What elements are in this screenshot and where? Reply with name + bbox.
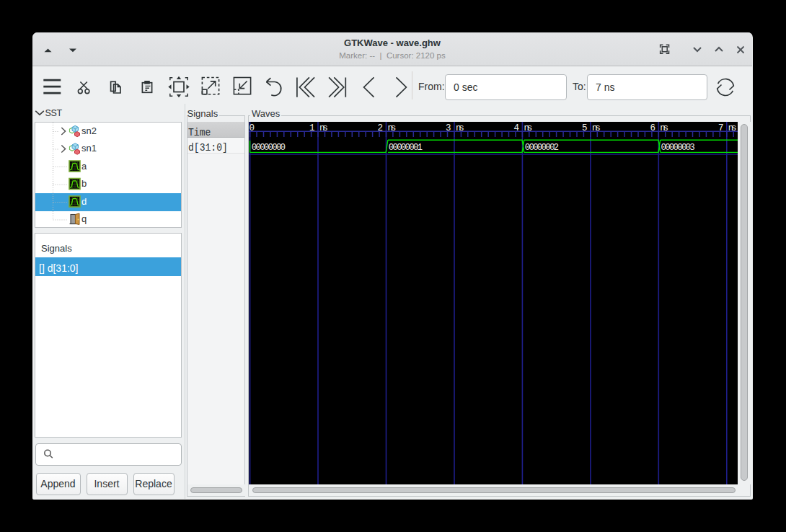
svg-text:5: 5	[582, 123, 588, 133]
svg-text:ns: ns	[660, 123, 668, 133]
svg-text:0: 0	[249, 123, 255, 133]
svg-text:00000000: 00000000	[252, 143, 286, 153]
svg-text:00000002: 00000002	[525, 143, 559, 153]
svg-text:1: 1	[309, 123, 315, 133]
svg-text:4: 4	[514, 123, 520, 133]
svg-text:00000003: 00000003	[661, 143, 695, 153]
svg-text:ns: ns	[388, 123, 397, 133]
svg-text:6: 6	[650, 123, 655, 133]
svg-text:ns: ns	[728, 123, 737, 133]
svg-text:7: 7	[718, 123, 724, 133]
svg-text:3: 3	[446, 123, 451, 133]
svg-text:00000001: 00000001	[389, 143, 423, 153]
svg-text:ns: ns	[524, 123, 532, 133]
svg-text:ns: ns	[456, 123, 464, 133]
svg-text:ns: ns	[592, 123, 601, 133]
svg-text:ns: ns	[319, 123, 328, 133]
svg-text:2: 2	[378, 123, 384, 133]
